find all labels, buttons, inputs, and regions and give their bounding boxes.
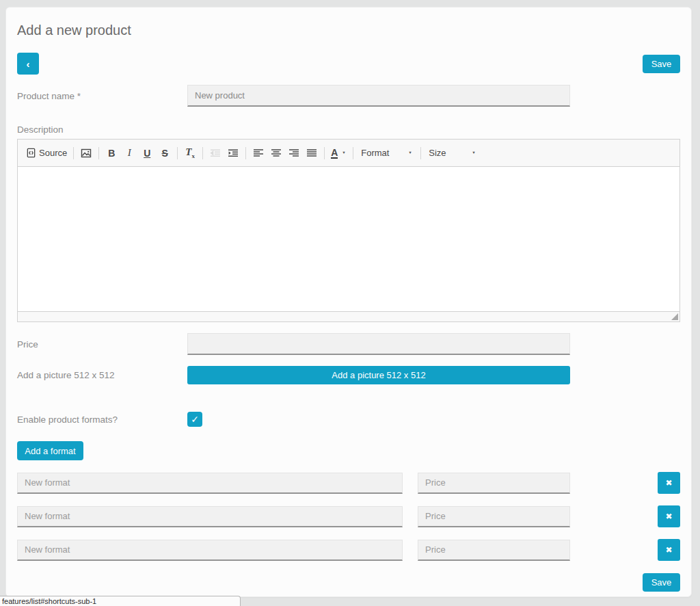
toolbar-separator xyxy=(353,147,353,159)
browser-status-tooltip: features/list#shortcuts-sub-1 xyxy=(0,596,241,606)
outdent-button[interactable] xyxy=(206,144,224,162)
top-actions-bar: ‹ Save xyxy=(17,53,680,75)
add-format-button[interactable]: Add a format xyxy=(17,441,83,460)
underline-button[interactable]: U xyxy=(138,144,156,162)
product-name-label: Product name * xyxy=(17,91,187,101)
chevron-down-icon: ▼ xyxy=(342,150,347,155)
text-color-button[interactable]: A ▼ xyxy=(328,144,349,162)
insert-image-button[interactable] xyxy=(77,144,95,162)
toolbar-separator xyxy=(98,147,99,159)
editor-content-area[interactable] xyxy=(18,167,679,311)
price-row: Price xyxy=(17,333,680,355)
chevron-down-icon: ▼ xyxy=(409,150,413,155)
save-button-top[interactable]: Save xyxy=(643,55,680,73)
price-label: Price xyxy=(17,339,187,350)
add-product-card: Add a new product ‹ Save Product name * … xyxy=(5,7,692,597)
indent-button[interactable] xyxy=(224,144,242,162)
editor-footer xyxy=(18,311,679,321)
picture-row: Add a picture 512 x 512 Add a picture 51… xyxy=(17,366,680,384)
product-name-input[interactable] xyxy=(187,85,570,107)
align-center-button[interactable] xyxy=(267,144,285,162)
format-name-input[interactable] xyxy=(17,506,403,527)
checkmark-icon: ✓ xyxy=(191,414,199,425)
format-name-input[interactable] xyxy=(17,540,403,561)
remove-format-row-button[interactable]: ✖ xyxy=(658,472,680,494)
toolbar-separator xyxy=(177,147,178,159)
format-price-input[interactable] xyxy=(418,473,570,494)
toolbar-separator xyxy=(420,147,421,159)
image-icon xyxy=(81,148,92,159)
align-left-icon xyxy=(253,148,264,159)
remove-format-icon: Tx xyxy=(185,146,195,159)
underline-glyph: U xyxy=(144,148,150,159)
toolbar-separator xyxy=(245,147,246,159)
source-button[interactable]: Source xyxy=(23,144,70,162)
chevron-left-icon: ‹ xyxy=(27,58,30,70)
size-dropdown-label: Size xyxy=(429,148,446,158)
align-right-button[interactable] xyxy=(285,144,303,162)
bottom-actions-bar: Save xyxy=(17,573,680,592)
align-left-button[interactable] xyxy=(250,144,267,162)
description-label: Description xyxy=(17,124,680,135)
remove-format-button[interactable]: Tx xyxy=(181,144,199,162)
format-row: ✖ xyxy=(17,472,680,494)
chevron-down-icon: ▼ xyxy=(472,150,476,155)
x-icon: ✖ xyxy=(665,512,672,521)
justify-button[interactable] xyxy=(303,144,321,162)
indent-icon xyxy=(228,148,239,159)
editor-toolbar: Source B I U S Tx xyxy=(18,140,679,167)
format-dropdown[interactable]: Format ▼ xyxy=(357,144,417,162)
italic-glyph: I xyxy=(128,147,131,159)
source-button-label: Source xyxy=(39,148,67,158)
outdent-icon xyxy=(210,148,221,159)
description-editor: Source B I U S Tx xyxy=(17,139,680,322)
price-input[interactable] xyxy=(187,333,570,355)
justify-icon xyxy=(306,148,317,159)
save-button-bottom[interactable]: Save xyxy=(643,573,680,592)
format-name-input[interactable] xyxy=(17,473,403,494)
x-icon: ✖ xyxy=(665,478,672,488)
back-button[interactable]: ‹ xyxy=(17,53,39,75)
toolbar-separator xyxy=(73,147,74,159)
enable-formats-label: Enable product formats? xyxy=(17,414,187,425)
add-picture-button[interactable]: Add a picture 512 x 512 xyxy=(187,366,570,384)
italic-button[interactable]: I xyxy=(120,144,138,162)
source-icon xyxy=(26,148,36,158)
bold-button[interactable]: B xyxy=(103,144,120,162)
strikethrough-button[interactable]: S xyxy=(156,144,174,162)
toolbar-separator xyxy=(202,147,203,159)
picture-label: Add a picture 512 x 512 xyxy=(17,370,187,380)
format-dropdown-label: Format xyxy=(361,148,389,158)
align-right-icon xyxy=(288,148,299,159)
format-price-input[interactable] xyxy=(418,506,570,527)
remove-format-row-button[interactable]: ✖ xyxy=(658,505,680,527)
page-title: Add a new product xyxy=(17,21,680,39)
remove-format-row-button[interactable]: ✖ xyxy=(658,539,680,561)
format-row: ✖ xyxy=(17,539,680,561)
enable-formats-row: Enable product formats? ✓ xyxy=(17,412,680,427)
enable-formats-checkbox[interactable]: ✓ xyxy=(187,412,202,427)
align-center-icon xyxy=(271,148,282,159)
text-color-icon: A xyxy=(331,148,338,159)
x-icon: ✖ xyxy=(665,545,672,555)
size-dropdown[interactable]: Size ▼ xyxy=(425,144,481,162)
bold-glyph: B xyxy=(108,148,115,159)
format-row: ✖ xyxy=(17,505,680,527)
toolbar-separator xyxy=(324,147,325,159)
format-price-input[interactable] xyxy=(418,540,570,561)
strikethrough-glyph: S xyxy=(162,148,168,159)
product-name-row: Product name * xyxy=(17,85,680,107)
resize-handle-icon[interactable] xyxy=(671,313,678,320)
